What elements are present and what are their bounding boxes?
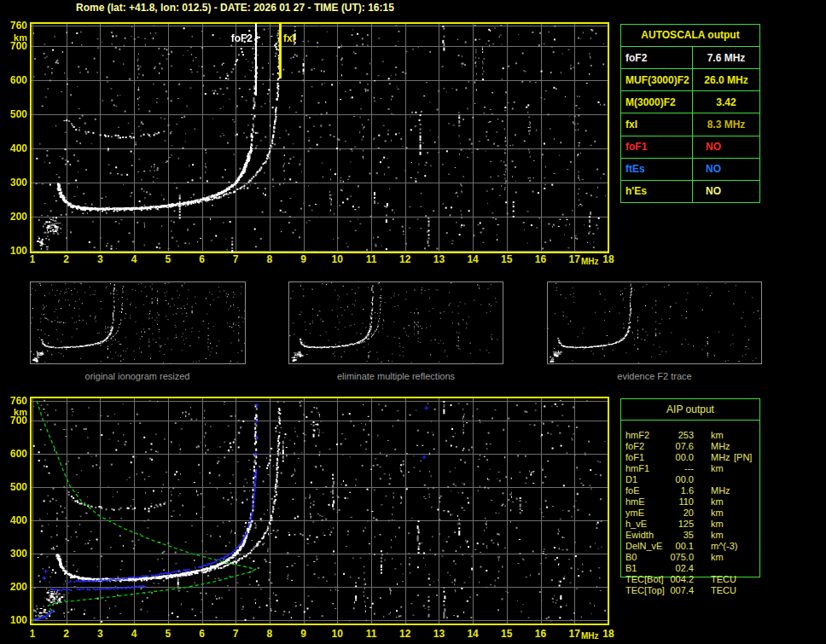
y-tick-label: 200 (3, 582, 27, 592)
aip-parameter-value: 253 (643, 430, 694, 441)
aip-parameter-value: 00.1 (643, 541, 694, 552)
x-tick-label: 3 (90, 254, 110, 264)
autoscala-parameter-value: 3.42 (693, 91, 759, 113)
autoscala-parameter-value: NO (693, 159, 759, 180)
aip-parameter-value: 110 (643, 496, 694, 508)
x-tick-label: 16 (531, 629, 551, 639)
aip-parameter-value: 07.6 (643, 441, 694, 452)
autoscala-parameter-label: foF1 (621, 136, 693, 158)
aip-row: foF207.6MHz (620, 441, 765, 452)
x-tick-label: 9 (294, 629, 314, 639)
aip-row: Ewidth35km (620, 530, 765, 541)
autoscala-row: h'EsNO (621, 181, 759, 202)
aip-parameter-unit: km (711, 552, 724, 563)
y-tick-label: 400 (3, 143, 27, 154)
aip-row: hmF2253km (620, 430, 765, 441)
x-tick-label: 13 (428, 629, 449, 639)
aip-row: D100.0 (620, 474, 765, 485)
y-tick-label: 100 (3, 615, 27, 625)
x-tick-label: 15 (497, 629, 517, 639)
x-tick-label: 8 (259, 254, 280, 264)
aip-row: TEC[Bot]004.2TECU (620, 574, 765, 585)
autoscala-row: MUF(3000)F226.0 MHz (621, 69, 759, 91)
thumbnail-original-ionogram (30, 281, 246, 364)
x-tick-label: 12 (395, 629, 416, 639)
x-tick-label: 16 (531, 254, 551, 264)
fxi-annotation-label: fxI (283, 33, 295, 44)
y-tick-label: 200 (3, 212, 27, 222)
aip-row: B0075.0km (620, 552, 765, 563)
autoscala-row: foF27.6 MHz (621, 47, 759, 69)
aip-parameter-value: 125 (643, 519, 694, 530)
thumbnail-caption: evidence F2 trace (617, 371, 691, 381)
bottom-ionogram-plot (30, 397, 609, 625)
x-tick-label: 12 (395, 254, 416, 264)
y-tick-label: 400 (3, 515, 27, 525)
x-tick-label: 5 (158, 629, 178, 639)
autoscala-row: foF1NO (621, 136, 759, 159)
aip-parameter-label: ymE (625, 508, 644, 519)
y-tick-label: 600 (3, 449, 27, 459)
aip-parameter-unit: MHz (711, 485, 730, 496)
aip-row: foF100.0MHz[PN] (620, 452, 765, 463)
aip-parameter-unit: km (711, 519, 724, 530)
x-tick-label: 4 (124, 254, 144, 264)
thumbnail-evidence-f2-trace (547, 281, 762, 364)
aip-parameter-unit: km (711, 430, 724, 441)
y-tick-label: 300 (3, 548, 27, 559)
x-tick-label: 14 (462, 629, 483, 639)
thumbnail-eliminate-reflections (288, 281, 503, 364)
aip-parameter-label: foF1 (625, 452, 644, 463)
aip-row: hmF1---km (620, 463, 765, 474)
aip-parameter-value: 1.6 (643, 485, 694, 496)
x-tick-label: 18 (598, 629, 619, 639)
x-tick-label: 1 (22, 629, 43, 639)
aip-parameter-unit: km (711, 496, 724, 508)
autoscala-parameter-label: M(3000)F2 (621, 91, 693, 113)
autoscala-parameter-value: 8.3 MHz (693, 113, 759, 135)
x-tick-label: 11 (361, 629, 381, 639)
x-tick-label: 9 (294, 254, 314, 264)
x-tick-label: 5 (158, 254, 178, 264)
aip-row: hmE110km (620, 496, 765, 508)
x-tick-label: 3 (90, 629, 110, 639)
aip-row: h_vE125km (620, 519, 765, 530)
fof2-annotation-label: foF2 (220, 33, 253, 44)
aip-parameter-unit: km (711, 463, 724, 474)
autoscala-row: M(3000)F23.42 (621, 91, 759, 113)
x-axis-unit-label: MHz (581, 257, 599, 267)
y-tick-label: 760 (3, 20, 27, 31)
aip-row: ymE20km (620, 508, 765, 519)
aip-parameter-unit: MHz (711, 441, 730, 452)
aip-row: DelN_vE00.1m^(-3) (620, 541, 765, 552)
aip-parameter-label: B0 (625, 552, 637, 563)
aip-parameter-value: 20 (643, 508, 694, 519)
x-tick-label: 13 (428, 254, 449, 264)
x-tick-label: 10 (327, 629, 347, 639)
x-tick-label: 2 (56, 254, 77, 264)
x-tick-label: 14 (462, 254, 483, 264)
autoscala-parameter-label: ftEs (621, 159, 693, 180)
autoscala-parameter-label: fxI (621, 113, 693, 135)
aip-parameter-label: B1 (625, 563, 637, 574)
autoscala-parameter-value: 7.6 MHz (693, 47, 759, 68)
x-tick-label: 6 (192, 629, 212, 639)
x-axis-unit-label: MHz (581, 631, 599, 641)
autoscala-parameter-label: foF2 (621, 47, 693, 68)
y-tick-label: 700 (3, 415, 27, 426)
autoscala-parameter-value: NO (693, 181, 759, 202)
aip-parameter-unit: km (711, 530, 724, 541)
aip-parameter-value: 35 (643, 530, 694, 541)
x-tick-label: 8 (259, 629, 280, 639)
station-date-header: Rome (lat: +41.8, lon: 012.5) - DATE: 20… (76, 2, 394, 14)
aip-parameter-unit: km (711, 508, 724, 519)
aip-parameter-unit: TECU (711, 585, 736, 596)
aip-parameter-unit: m^(-3) (711, 541, 737, 552)
autoscala-parameter-label: h'Es (621, 181, 693, 202)
aip-parameter-note: [PN] (734, 452, 752, 463)
aip-parameter-label: D1 (625, 474, 637, 485)
autoscala-panel: AUTOSCALA output foF27.6 MHzMUF(3000)F22… (620, 24, 760, 203)
aip-parameter-value: 00.0 (643, 452, 694, 463)
top-ionogram-plot (30, 22, 609, 253)
y-tick-label: 500 (3, 482, 27, 492)
